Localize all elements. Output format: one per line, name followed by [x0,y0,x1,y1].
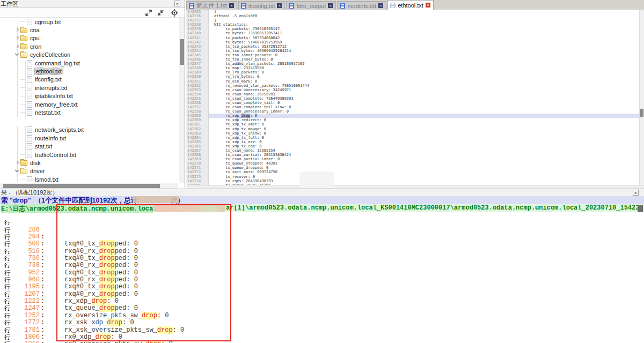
tree-item[interactable] [0,117,178,126]
tree-item[interactable]: network_scripts.txt [0,126,178,134]
editor-line: 142267 tx_csum_none: 12385154 [186,148,639,153]
tree-item[interactable]: driver [0,167,178,175]
code-text: tx_csum_none: 12385154 [214,148,275,153]
result-row[interactable]: 行 1207 : tx_queue_dropped: 0 [0,277,644,284]
result-row[interactable]: 行 738 : rxq#0_rx_dropped: 0 [0,248,644,255]
tree-item[interactable]: netstat.txt [0,108,178,116]
chevron-icon[interactable] [14,51,20,58]
tree-item[interactable]: command_log.txt [0,59,178,67]
results-scrollbar-thumb[interactable] [638,205,643,212]
tree-item[interactable]: iptablesInfo.txt [0,92,178,100]
editor-line: 142272 tx_xmit_more: 569724756 [186,170,639,174]
result-row[interactable]: 行 1247 : rx_xsk_xdp_drop: 0 [0,291,644,298]
results-close-icon[interactable]: × [633,190,639,196]
editor-line-text: tx_csum_partial: 205153836424 [209,153,639,157]
editor-line: 142253 rx_csum_unnecessary: 34245971 [186,88,639,92]
result-row[interactable]: 行 1252 : rx_xsk_oversize_pkts_sw_drop: 0 [0,298,644,305]
editor-vertical-scrollbar[interactable] [639,10,644,185]
result-row[interactable]: 行 1840 : rx2_xdp_drop: 0 [0,334,644,341]
editor-tab[interactable]: fdm_output × [286,1,336,10]
result-row[interactable]: 行 294 : rxq#0_rx_dropped: 0 [0,219,644,226]
result-row[interactable]: 行 960 : rxq#0_rx_dropped: 0 [0,262,644,269]
editor-line: 142257 rx_csum_complete_tail_slow: 0 [186,105,639,109]
tree-item[interactable]: cgroup.txt [0,18,178,26]
result-row[interactable]: 行 516 : rxq#0_rx_dropped: 0 [0,234,644,241]
result-row[interactable]: 行 286 : txq#0_tx_dropped: 0 [0,212,644,219]
tree-item[interactable]: lsmod.txt [0,175,178,182]
tree-item[interactable]: ifconfig.txt [0,76,178,84]
editor-line-text: tx_queue_stopped: 46393 [209,161,639,166]
tree-item[interactable]: ethtool.txt [0,67,178,75]
tree-horizontal-scrollbar[interactable] [0,183,178,189]
editor-line-text: tx_tso_inner_bytes: 0 [209,57,639,62]
result-row[interactable]: 行 508 : txq#0_tx_dropped: 0 [0,227,644,234]
close-tab-icon[interactable]: × [328,3,333,8]
line-number: 142244 [186,49,209,53]
chevron-icon[interactable] [14,168,20,174]
line-number: 142240 [186,31,209,35]
close-tab-icon[interactable]: × [378,3,383,8]
chevron-icon[interactable] [14,35,20,41]
chevron-icon[interactable] [14,43,20,50]
close-tab-icon[interactable]: × [426,3,430,8]
result-row[interactable]: 行 1806 : rx1_xdp_drop: 0 [0,319,644,326]
tree-item[interactable]: cna [0,26,178,34]
result-row[interactable]: 行 1815 : rx1_oversize_pkts_sw_drop: 0 [0,327,644,334]
tree-item[interactable]: cron [0,42,178,50]
expand-all-icon[interactable] [145,9,152,17]
close-tab-icon[interactable]: × [277,3,282,8]
tree-item[interactable]: trafficControl.txt [0,151,178,159]
tree-item[interactable]: cpu [0,34,178,42]
editor-line: 142236 ethtool -S enp1s0f0 [186,14,639,18]
code-text: tx_xmit_more: 569724756 [214,170,277,174]
workspace-close-icon[interactable]: × [174,1,180,6]
tree-item[interactable]: disk [0,159,178,167]
tree-item[interactable]: cyclicCollection [0,51,178,59]
tree-item-label: iptablesInfo.txt [35,93,73,99]
tree-item-label: cpu [30,35,40,41]
collapse-all-icon[interactable] [157,9,164,17]
result-row[interactable]: 行 1195 : rx_xdp_drop: 0 [0,270,644,277]
line-number: 142270 [186,161,209,166]
scrollbar-thumb[interactable] [180,39,184,65]
tree-vertical-scrollbar[interactable] [179,18,185,183]
editor-tab[interactable]: 新文件 1.txt × [186,1,237,10]
line-number: 142249 [186,70,209,74]
tree-item-label: network_scripts.txt [35,126,84,133]
result-row[interactable]: 行 1781 : rx0_oversize_pkts_sw_drop: 0 [0,312,644,319]
tree-item[interactable]: routeInfo.txt [0,134,178,142]
editor-horizontal-scrollbar[interactable] [186,185,644,189]
editor-line-text: tx_bytes: 514607839753959 [209,40,639,44]
tree-item[interactable]: memory_free.txt [0,100,178,108]
result-row[interactable]: 行 952 : txq#0_tx_dropped: 0 [0,255,644,262]
scrollbar-thumb[interactable] [640,109,643,117]
editor-line: 142259 rx_xdp_drop: 0 [186,114,639,118]
chevron-icon[interactable] [14,27,20,33]
close-tab-icon[interactable]: × [229,3,234,8]
line-number: 142235 [186,10,209,14]
tree-item[interactable]: stat.txt [0,142,178,150]
locate-file-icon[interactable] [171,9,178,17]
code-text: tx_csum_partial: 205153836424 [214,153,291,157]
editor-line: 142243 tx_tso_packets: 35272932712 [186,44,639,49]
result-row[interactable]: 行 730 : txq#0_tx_dropped: 0 [0,241,644,248]
editor-line-text: rx_xdp_redirect: 0 [209,118,639,122]
line-number: 142268 [186,153,209,157]
tree-item[interactable]: interrupts.txt [0,84,178,92]
editor-tab[interactable]: modinfo.txt × [337,1,386,10]
tree-item-label: trafficControl.txt [35,152,76,158]
editor-tab[interactable]: ifconfig.txt × [238,1,286,10]
scrollbar-thumb[interactable] [3,184,160,188]
tree-item-icon [27,68,32,74]
result-file-path[interactable]: E:\日志\armod0523.odata.ncmp.unicom.loca a… [0,204,644,212]
line-number: 142259 [186,114,209,118]
tab-label: ifconfig.txt [248,3,275,9]
editor-text-area[interactable]: 142235 } 142236 ethtool -S enp1s0f0 1422… [186,10,639,185]
editor-line: 142273 tx_recover: 0 [186,175,639,179]
editor-line-text: } [209,10,639,14]
result-row[interactable]: 行 1772 : rx0_xdp_drop: 0 [0,305,644,312]
editor-tab[interactable]: ethtool.txt × [387,0,434,10]
result-row[interactable]: 行 1222 : rx_oversize_pkts_sw_drop: 0 [0,284,644,290]
chevron-icon[interactable] [14,160,20,166]
editor-line: 142255 rx_csum_complete: 736449389393 [186,96,639,101]
